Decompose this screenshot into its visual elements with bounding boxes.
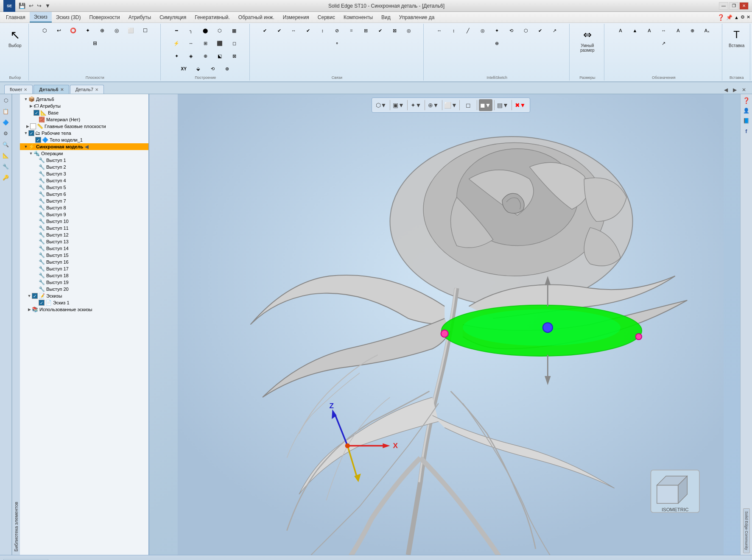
3d-viewport[interactable]: ⬡▼ ▣▼ ✦▼ ⊕▼ ⬜▼ ◻ ◼▼ ▤▼ ✖▼ — [149, 94, 752, 555]
build-btn-xy[interactable]: XY — [177, 63, 190, 75]
vp-zoom-button[interactable]: ⊕▼ — [427, 99, 440, 111]
build-btn-18[interactable]: ⊕ — [220, 63, 234, 75]
tree-item-vystup-19[interactable]: 🔧 Выступ 19 — [20, 279, 148, 286]
ribbon-help-button[interactable]: ❓ — [717, 14, 724, 21]
build-btn-7[interactable]: ↔ — [184, 37, 198, 49]
sidebar-icon-5[interactable]: 🔍 — [1, 140, 11, 149]
tab-detal7[interactable]: Деталь7 ✕ — [70, 85, 104, 94]
is-btn-3[interactable]: ╱ — [461, 25, 475, 36]
constr-btn-5[interactable]: ↕ — [316, 25, 329, 36]
constr-btn-9[interactable]: ✔ — [373, 25, 387, 36]
glavnye-expander[interactable]: ▶ — [25, 124, 30, 128]
root-expander[interactable]: ▼ — [23, 97, 28, 101]
tab-detal6[interactable]: Деталь6 ✕ — [34, 85, 69, 94]
menu-izmeryeniya[interactable]: Измерения — [279, 12, 313, 22]
tree-item-operatsii[interactable]: ▼ 🔩 Операции — [20, 150, 148, 157]
tree-item-vystup-13[interactable]: 🔧 Выступ 13 — [20, 238, 148, 245]
dim-btn-1[interactable]: A — [614, 25, 627, 36]
tree-item-base[interactable]: ✓ 📐 Base — [20, 109, 148, 116]
constr-btn-8[interactable]: ⊞ — [359, 25, 372, 36]
sidebar-icon-2[interactable]: 📋 — [1, 107, 11, 116]
atributy-expander[interactable]: ▶ — [28, 104, 34, 108]
dim-btn-8[interactable]: ↗ — [657, 37, 671, 49]
dim-btn-4[interactable]: ↔ — [657, 25, 671, 36]
constr-btn-7[interactable]: = — [344, 25, 358, 36]
plane-btn-7[interactable]: ⬜ — [124, 25, 138, 36]
build-btn-17[interactable]: ⟲ — [206, 63, 219, 75]
vp-fit-button[interactable]: ◻ — [461, 99, 475, 111]
build-btn-16[interactable]: ⬙ — [191, 63, 205, 75]
view-cube[interactable]: ISOMETRIC — [651, 470, 699, 513]
constr-btn-2[interactable]: ✔ — [272, 25, 286, 36]
rabochie-expander[interactable]: ▼ — [23, 131, 28, 135]
tree-item-sinkhron[interactable]: ▼ ⚡ Синхронная модель ◀ — [20, 143, 148, 150]
tree-item-vystup-17[interactable]: 🔧 Выступ 17 — [20, 265, 148, 272]
library-label[interactable]: Библиотека элементов — [12, 94, 20, 555]
build-btn-14[interactable]: ⬕ — [213, 50, 226, 62]
is-btn-9[interactable]: ↗ — [548, 25, 562, 36]
restore-button[interactable]: ❐ — [729, 2, 738, 10]
telo-checkbox[interactable]: ✓ — [35, 137, 41, 143]
constr-btn-6[interactable]: ⊘ — [330, 25, 344, 36]
right-icon-2[interactable]: 📘 — [742, 116, 751, 125]
sidebar-icon-8[interactable]: 🔑 — [1, 173, 11, 182]
constr-btn-12[interactable]: ⚬ — [330, 37, 344, 49]
build-btn-2[interactable]: ╮ — [184, 25, 198, 36]
plane-btn-2[interactable]: ↩ — [52, 25, 66, 36]
tree-item-used-eskizy[interactable]: ▶ 📚 Использованные эскизы — [20, 306, 148, 313]
tree-item-telo[interactable]: ✓ 🔷 Тело модели_1 — [20, 137, 148, 143]
dim-btn-6[interactable]: ⊕ — [686, 25, 699, 36]
tree-item-atributy[interactable]: ▶ 🏷 Атрибуты — [20, 103, 148, 109]
plane-btn-3[interactable]: ⭕ — [67, 25, 80, 36]
minimize-button[interactable]: — — [719, 2, 728, 10]
is-btn-8[interactable]: ✔ — [534, 25, 547, 36]
vp-edge-button[interactable]: ▤▼ — [496, 99, 510, 111]
menu-upravlenie[interactable]: Управление да — [395, 12, 439, 22]
tree-item-vystup-20[interactable]: 🔧 Выступ 20 — [20, 286, 148, 293]
build-btn-15[interactable]: ⊠ — [227, 50, 241, 62]
build-btn-9[interactable]: ⬛ — [213, 37, 226, 49]
eskizy-expander[interactable]: ▼ — [27, 294, 32, 298]
dim-btn-2[interactable]: ▲ — [628, 25, 642, 36]
eskiz1-checkbox[interactable]: ✓ — [39, 300, 45, 306]
build-btn-13[interactable]: ⊕ — [198, 50, 212, 62]
operatsii-expander[interactable]: ▼ — [28, 151, 34, 156]
right-icon-help[interactable]: ❓ — [742, 96, 751, 105]
vp-home-button[interactable]: ⬡▼ — [375, 99, 388, 111]
menu-vid[interactable]: Вид — [377, 12, 395, 22]
save-button[interactable]: 💾 — [18, 2, 26, 10]
plane-btn-6[interactable]: ◎ — [110, 25, 123, 36]
sidebar-icon-7[interactable]: 🔧 — [1, 162, 11, 171]
menu-komponenty[interactable]: Компоненты — [339, 12, 377, 22]
constr-btn-11[interactable]: ◎ — [402, 25, 416, 36]
tree-item-vystup-8[interactable]: 🔧 Выступ 8 — [20, 204, 148, 211]
is-btn-6[interactable]: ⟲ — [505, 25, 518, 36]
build-btn-5[interactable]: ▦ — [227, 25, 241, 36]
sinkhron-expander[interactable]: ▼ — [23, 145, 28, 149]
ribbon-settings-button[interactable]: ⚙ — [741, 14, 745, 20]
build-btn-11[interactable]: ✦ — [170, 50, 183, 62]
tab-flower-close[interactable]: ✕ — [24, 87, 27, 92]
smart-size-button[interactable]: ⇔ Умныйразмер — [576, 25, 598, 54]
tab-detal6-close[interactable]: ✕ — [60, 87, 64, 92]
dim-btn-3[interactable]: A — [643, 25, 656, 36]
sidebar-icon-4[interactable]: ⚙ — [1, 129, 11, 138]
sidebar-icon-3[interactable]: 🔷 — [1, 118, 11, 127]
menu-eskiz[interactable]: Эскиз — [30, 12, 52, 22]
tree-item-vystup-2[interactable]: 🔧 Выступ 2 — [20, 164, 148, 170]
ribbon-pin-button[interactable]: 📌 — [726, 14, 732, 20]
close-button[interactable]: ✕ — [739, 2, 749, 10]
vp-display-button[interactable]: ▣▼ — [392, 99, 405, 111]
tree-root[interactable]: ▼ 📦 Деталь6 — [20, 96, 148, 103]
menu-obratnyi[interactable]: Обратный инж. — [234, 12, 279, 22]
is-btn-5[interactable]: ✦ — [490, 25, 504, 36]
used-eskizy-expander[interactable]: ▶ — [27, 307, 32, 312]
menu-atributy[interactable]: Атрибуты — [124, 12, 155, 22]
tree-item-vystup-14[interactable]: 🔧 Выступ 14 — [20, 245, 148, 252]
community-label[interactable]: Solid Edge Community — [743, 508, 750, 553]
build-btn-4[interactable]: ⬡ — [213, 25, 226, 36]
build-btn-6[interactable]: ⚡ — [170, 37, 183, 49]
base-checkbox[interactable]: ✓ — [34, 110, 39, 116]
tree-item-vystup-4[interactable]: 🔧 Выступ 4 — [20, 177, 148, 184]
build-btn-10[interactable]: ◻ — [227, 37, 241, 49]
